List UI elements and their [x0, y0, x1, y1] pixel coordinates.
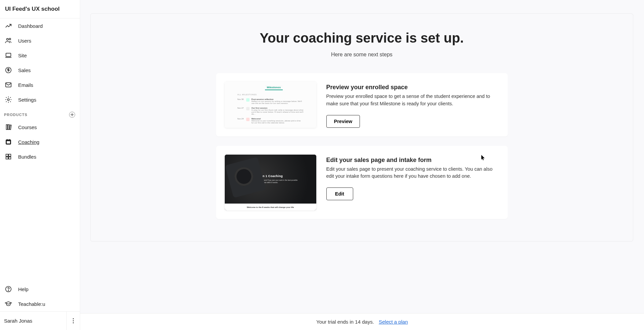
- card-description: Edit your sales page to present your coa…: [326, 166, 499, 180]
- laptop-icon: [4, 52, 13, 59]
- calendar-icon: [4, 138, 13, 146]
- nav-label: Emails: [18, 82, 33, 88]
- svg-rect-16: [9, 157, 11, 159]
- main-content: Your coaching service is set up. Here ar…: [80, 0, 644, 330]
- thumbnail-row-sub: In prep for our first Zoom call, write a…: [252, 109, 304, 115]
- nav-label: Coaching: [18, 139, 39, 145]
- preview-button[interactable]: Preview: [326, 115, 360, 128]
- svg-rect-14: [9, 154, 11, 156]
- nav-label: Dashboard: [18, 23, 43, 29]
- content-panel: Your coaching service is set up. Here ar…: [90, 13, 633, 241]
- thumbnail-row-icon: [246, 118, 250, 121]
- trial-banner: Your trial ends in 14 days. Select a pla…: [80, 313, 644, 330]
- svg-rect-13: [6, 154, 8, 156]
- svg-rect-8: [10, 125, 11, 130]
- thumbnail-row: Nov 30 Post-session reflectionReflect on…: [237, 98, 304, 104]
- thumbnail-footer: Welcome to the 8 weeks that will change …: [225, 204, 316, 210]
- products-section-header: PRODUCTS: [0, 107, 80, 120]
- svg-rect-2: [6, 53, 11, 57]
- sidebar-item-bundles[interactable]: Bundles: [0, 149, 80, 164]
- dollar-icon: [4, 66, 13, 74]
- sidebar-item-dashboard[interactable]: Dashboard: [0, 18, 80, 33]
- sidebar-item-courses[interactable]: Courses: [0, 120, 80, 134]
- sidebar-item-settings[interactable]: Settings: [0, 92, 80, 107]
- svg-point-1: [9, 38, 11, 40]
- trial-message: Your trial ends in 14 days.: [316, 319, 374, 325]
- edit-button[interactable]: Edit: [326, 187, 353, 200]
- sidebar-footer: Sarah Jonas: [0, 311, 80, 330]
- thumbnail-date: Nov 30: [237, 98, 244, 104]
- svg-point-18: [8, 290, 8, 291]
- thumbnail-hero-sub-line: state within 8 weeks.: [263, 181, 278, 183]
- mail-icon: [4, 81, 13, 89]
- sidebar-item-users[interactable]: Users: [0, 33, 80, 48]
- camera-icon: [225, 157, 266, 198]
- page-title: Your coaching service is set up.: [91, 31, 633, 46]
- gear-icon: [4, 96, 13, 103]
- sidebar-item-coaching[interactable]: Coaching: [0, 134, 80, 149]
- help-icon: [4, 285, 13, 293]
- nav-label: Bundles: [18, 154, 36, 160]
- thumbnail-row: Nov 24 Welcome!Welcome to your coaching …: [237, 118, 304, 124]
- card-edit-sales-page: 1 on 1 Coaching Sign up for 1 on 1 coach…: [216, 146, 508, 219]
- users-icon: [4, 37, 13, 44]
- svg-point-5: [7, 99, 9, 101]
- current-user[interactable]: Sarah Jonas: [0, 312, 66, 330]
- sidebar: UI Feed's UX school Dashboard Users Site: [0, 0, 80, 330]
- card-title: Preview your enrolled space: [326, 84, 499, 91]
- bundles-icon: [4, 153, 13, 160]
- card-body: Edit your sales page and intake form Edi…: [326, 155, 499, 210]
- thumbnail-tab: Milestones: [265, 85, 283, 90]
- nav-label: Settings: [18, 97, 36, 103]
- nav-label: Teachable:u: [18, 301, 45, 307]
- user-menu-button[interactable]: [66, 312, 80, 330]
- svg-rect-7: [8, 125, 9, 130]
- thumbnail-milestones: Milestones ALL MILESTONES Nov 30 Post-se…: [225, 82, 316, 128]
- sidebar-item-site[interactable]: Site: [0, 48, 80, 63]
- thumbnail-row-sub: Welcome to your coaching sessions, pleas…: [252, 120, 301, 124]
- trend-icon: [4, 22, 13, 30]
- content-scroll[interactable]: Your coaching service is set up. Here ar…: [80, 0, 644, 313]
- svg-rect-6: [6, 125, 8, 130]
- thumbnail-hero: 1 on 1 Coaching Sign up for 1 on 1 coach…: [225, 155, 316, 204]
- more-vertical-icon: [73, 318, 74, 323]
- page-subtitle: Here are some next steps: [91, 52, 633, 58]
- grad-icon: [4, 300, 13, 308]
- products-nav: Courses Coaching Bundles: [0, 120, 80, 164]
- thumbnail-row: Nov 27 Our first sessionIn prep for our …: [237, 107, 304, 115]
- nav-label: Site: [18, 53, 27, 58]
- primary-nav: Dashboard Users Site Sales: [0, 18, 80, 107]
- card-description: Preview your enrolled space to get a sen…: [326, 93, 499, 108]
- nav-label: Courses: [18, 124, 37, 130]
- sidebar-item-teachableu[interactable]: Teachable:u: [0, 296, 80, 311]
- thumbnail-row-sub: Reflect on our session by writing a mess…: [252, 100, 302, 104]
- card-title: Edit your sales page and intake form: [326, 157, 499, 164]
- svg-rect-15: [6, 157, 8, 159]
- thumbnail-date: Nov 27: [237, 107, 244, 115]
- card-body: Preview your enrolled space Preview your…: [326, 82, 499, 128]
- sidebar-item-emails[interactable]: Emails: [0, 77, 80, 92]
- sidebar-item-help[interactable]: Help: [0, 282, 80, 296]
- sidebar-item-sales[interactable]: Sales: [0, 63, 80, 77]
- thumbnail-section-label: ALL MILESTONES: [237, 94, 316, 96]
- svg-point-0: [7, 39, 9, 41]
- add-product-button[interactable]: [69, 112, 75, 118]
- select-plan-link[interactable]: Select a plan: [379, 319, 408, 325]
- nav-label: Help: [18, 286, 29, 292]
- nav-label: Users: [18, 38, 31, 44]
- products-header-label: PRODUCTS: [4, 113, 28, 117]
- thumbnail-date: Nov 24: [237, 118, 244, 124]
- thumbnail-row-icon: [246, 107, 250, 110]
- sidebar-bottom-nav: Help Teachable:u: [0, 282, 80, 311]
- thumbnail-sales-page: 1 on 1 Coaching Sign up for 1 on 1 coach…: [225, 155, 316, 210]
- school-title: UI Feed's UX school: [0, 0, 80, 18]
- courses-icon: [4, 123, 13, 131]
- thumbnail-row-icon: [246, 98, 250, 102]
- card-preview-enrolled-space: Milestones ALL MILESTONES Nov 30 Post-se…: [216, 73, 508, 136]
- nav-label: Sales: [18, 67, 31, 73]
- svg-rect-10: [7, 141, 10, 144]
